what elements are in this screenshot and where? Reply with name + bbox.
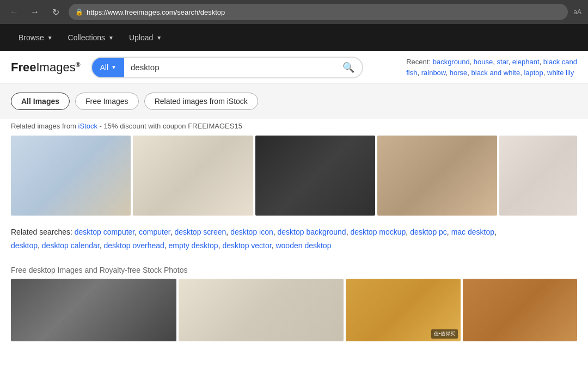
search-input[interactable]: desktop — [124, 63, 335, 72]
filter-all-images[interactable]: All Images — [11, 93, 70, 110]
forward-button[interactable]: → — [27, 4, 42, 20]
site-header: FreeImages® All ▼ desktop 🔍 Recent: back… — [0, 51, 588, 84]
image-overlay-5 — [499, 136, 577, 216]
search-submit-button[interactable]: 🔍 — [335, 58, 362, 77]
search-type-button[interactable]: All ▼ — [92, 58, 124, 77]
istock-image-2[interactable] — [133, 136, 253, 216]
lock-icon: 🔒 — [75, 8, 83, 16]
image-overlay-3 — [255, 136, 375, 216]
istock-banner: Related images from iStock - 15% discoun… — [0, 119, 588, 133]
nav-browse[interactable]: Browse ▼ — [11, 24, 60, 51]
recent-link-background[interactable]: background — [433, 58, 470, 66]
related-wooden-desktop[interactable]: wooden desktop — [275, 241, 331, 250]
related-desktop-screen[interactable]: desktop screen — [174, 228, 226, 236]
nav-upload[interactable]: Upload ▼ — [121, 24, 169, 51]
related-desktop-vector[interactable]: desktop vector — [222, 241, 271, 250]
recent-link-elephant[interactable]: elephant — [512, 58, 540, 66]
image-overlay-2 — [133, 136, 253, 216]
related-desktop[interactable]: desktop — [11, 241, 38, 250]
browser-chrome: ← → ↻ 🔒 https://www.freeimages.com/searc… — [0, 0, 588, 24]
istock-link[interactable]: iStock — [78, 122, 97, 130]
recent-searches: Recent: background, house, star, elephan… — [406, 57, 577, 78]
aa-label: aA — [573, 8, 581, 16]
related-searches-section: Related searches: desktop computer, comp… — [0, 218, 588, 260]
search-container: All ▼ desktop 🔍 — [91, 57, 363, 78]
istock-image-4[interactable] — [377, 136, 497, 216]
recent-link-horse[interactable]: horse — [450, 69, 468, 77]
browse-chevron: ▼ — [47, 35, 53, 41]
related-desktop-calendar[interactable]: desktop calendar — [42, 241, 100, 250]
search-type-chevron: ▼ — [111, 64, 117, 70]
back-button[interactable]: ← — [7, 4, 22, 20]
image-overlay-1 — [11, 136, 131, 216]
logo[interactable]: FreeImages® — [11, 60, 80, 75]
recent-link-black-white[interactable]: black and white — [471, 69, 520, 77]
address-bar[interactable]: 🔒 https://www.freeimages.com/search/desk… — [69, 4, 568, 20]
recent-link-house[interactable]: house — [474, 58, 493, 66]
recent-link-star[interactable]: star — [497, 58, 509, 66]
filter-free-images[interactable]: Free Images — [75, 93, 139, 110]
nav-collections[interactable]: Collections ▼ — [60, 24, 121, 51]
recent-link-rainbow[interactable]: rainbow — [421, 69, 446, 77]
related-computer[interactable]: computer — [139, 228, 170, 236]
search-icon: 🔍 — [342, 62, 354, 73]
upload-chevron: ▼ — [156, 35, 162, 41]
filter-istock-images[interactable]: Related images from iStock — [144, 93, 258, 110]
collections-chevron: ▼ — [108, 35, 114, 41]
istock-image-1[interactable] — [11, 136, 131, 216]
url-input[interactable]: https://www.freeimages.com/search/deskto… — [87, 8, 561, 16]
related-desktop-overhead[interactable]: desktop overhead — [103, 241, 164, 250]
free-section-label: Free desktop Images and Royalty-free Sto… — [0, 260, 588, 279]
related-empty-desktop[interactable]: empty desktop — [169, 241, 218, 250]
related-desktop-background[interactable]: desktop background — [278, 228, 346, 236]
recent-link-fish[interactable]: fish — [406, 69, 417, 77]
image-overlay-4 — [377, 136, 497, 216]
related-desktop-icon[interactable]: desktop icon — [230, 228, 273, 236]
filter-bar: All Images Free Images Related images fr… — [0, 84, 588, 119]
istock-image-grid — [0, 133, 588, 218]
related-desktop-pc[interactable]: desktop pc — [410, 228, 447, 236]
free-image-grid: 值•值得买 — [0, 279, 588, 347]
watermark: 值•值得买 — [431, 329, 458, 339]
recent-link-laptop[interactable]: laptop — [524, 69, 543, 77]
recent-link-black-cand[interactable]: black cand — [543, 58, 577, 66]
istock-image-3[interactable] — [255, 136, 375, 216]
istock-image-5[interactable] — [499, 136, 577, 216]
free-image-3[interactable]: 值•值得买 — [346, 279, 460, 341]
free-image-1[interactable] — [11, 279, 176, 341]
related-desktop-mockup[interactable]: desktop mockup — [350, 228, 406, 236]
related-desktop-computer[interactable]: desktop computer — [75, 228, 135, 236]
related-mac-desktop[interactable]: mac desktop — [451, 228, 494, 236]
recent-link-white-lily[interactable]: white lily — [547, 69, 574, 77]
site-nav: Browse ▼ Collections ▼ Upload ▼ — [0, 24, 588, 51]
free-image-2[interactable] — [179, 279, 344, 341]
refresh-button[interactable]: ↻ — [48, 4, 63, 20]
free-image-4[interactable] — [463, 279, 577, 341]
